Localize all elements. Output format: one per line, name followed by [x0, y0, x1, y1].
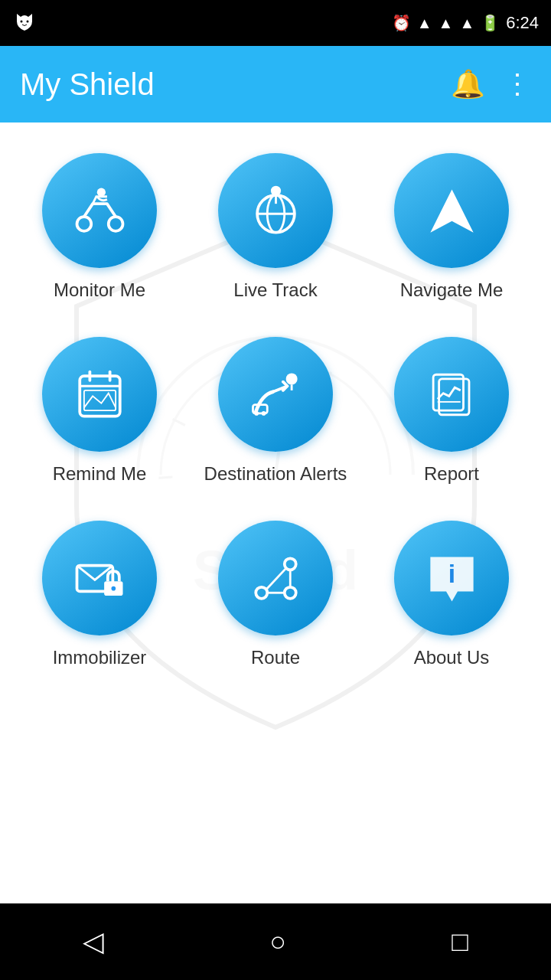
navigate-me-item[interactable]: Navigate Me — [375, 145, 528, 314]
battery-icon: 🔋 — [481, 14, 500, 32]
navigate-me-button[interactable] — [394, 153, 509, 268]
signal-icon: ▲ — [439, 15, 454, 32]
destination-alerts-item[interactable]: Destination Alerts — [199, 329, 352, 498]
calendar-icon — [71, 366, 129, 423]
about-us-button[interactable]: i — [394, 521, 509, 635]
remind-me-button[interactable] — [42, 337, 157, 452]
cat-icon — [12, 11, 37, 35]
app-bar-actions: 🔔 ⋮ — [451, 68, 531, 100]
status-bar-left — [12, 11, 37, 35]
destination-alerts-label: Destination Alerts — [204, 462, 347, 485]
notification-button[interactable]: 🔔 — [451, 68, 485, 100]
svg-point-9 — [77, 217, 91, 231]
globe-pin-icon — [247, 182, 305, 240]
svg-line-35 — [266, 568, 285, 590]
about-us-item[interactable]: i About Us — [375, 513, 528, 681]
report-icon — [423, 366, 481, 423]
about-us-label: About Us — [414, 646, 490, 669]
report-button[interactable] — [394, 337, 509, 452]
svg-point-34 — [284, 586, 295, 598]
app-bar: My Shield 🔔 ⋮ — [0, 46, 551, 122]
immobilizer-icon — [71, 550, 129, 607]
route-icon — [247, 550, 305, 607]
immobilizer-item[interactable]: Immobilizer — [23, 513, 176, 681]
svg-point-31 — [111, 586, 116, 590]
svg-point-10 — [108, 217, 122, 231]
more-button[interactable]: ⋮ — [504, 68, 531, 100]
report-item[interactable]: Report — [375, 329, 528, 498]
home-button[interactable]: ○ — [269, 926, 286, 958]
svg-point-11 — [96, 188, 105, 196]
svg-point-22 — [285, 373, 297, 384]
svg-point-1 — [27, 21, 29, 23]
svg-point-33 — [284, 558, 295, 570]
navigate-me-label: Navigate Me — [400, 279, 504, 302]
route-item[interactable]: Route — [199, 513, 352, 681]
status-time: 6:24 — [506, 13, 539, 33]
alarm-icon: ⏰ — [392, 14, 411, 32]
signal2-icon: ▲ — [459, 15, 474, 32]
info-icon: i — [423, 550, 481, 607]
back-button[interactable]: ◁ — [83, 926, 104, 958]
monitor-me-item[interactable]: Monitor Me — [23, 145, 176, 314]
navigation-icon — [423, 182, 481, 240]
status-bar-right: ⏰ ▲ ▲ ▲ 🔋 6:24 — [392, 13, 539, 33]
svg-point-0 — [21, 21, 23, 23]
svg-point-15 — [270, 185, 280, 195]
app-title: My Shield — [20, 67, 155, 102]
live-track-button[interactable] — [218, 153, 333, 268]
remind-me-label: Remind Me — [53, 462, 147, 485]
main-content: Shield Monitor Me — [0, 122, 551, 934]
remind-me-item[interactable]: Remind Me — [23, 329, 176, 498]
destination-icon — [247, 366, 305, 423]
immobilizer-button[interactable] — [42, 521, 157, 635]
svg-point-24 — [254, 411, 259, 416]
destination-alerts-button[interactable] — [218, 337, 333, 452]
scooter-icon — [71, 182, 129, 240]
live-track-item[interactable]: Live Track — [199, 145, 352, 314]
svg-marker-16 — [430, 189, 473, 232]
live-track-label: Live Track — [233, 279, 317, 302]
svg-text:i: i — [448, 559, 455, 588]
immobilizer-label: Immobilizer — [53, 646, 147, 669]
route-label: Route — [251, 646, 300, 669]
route-button[interactable] — [218, 521, 333, 635]
monitor-me-button[interactable] — [42, 153, 157, 268]
menu-grid: Monitor Me Live Track — [23, 145, 528, 681]
wifi-icon: ▲ — [417, 15, 432, 32]
status-bar: ⏰ ▲ ▲ ▲ 🔋 6:24 — [0, 0, 551, 46]
bottom-nav: ◁ ○ □ — [0, 903, 551, 980]
report-label: Report — [424, 462, 479, 485]
recents-button[interactable]: □ — [452, 926, 468, 958]
svg-point-25 — [261, 411, 266, 416]
monitor-me-label: Monitor Me — [54, 279, 145, 302]
